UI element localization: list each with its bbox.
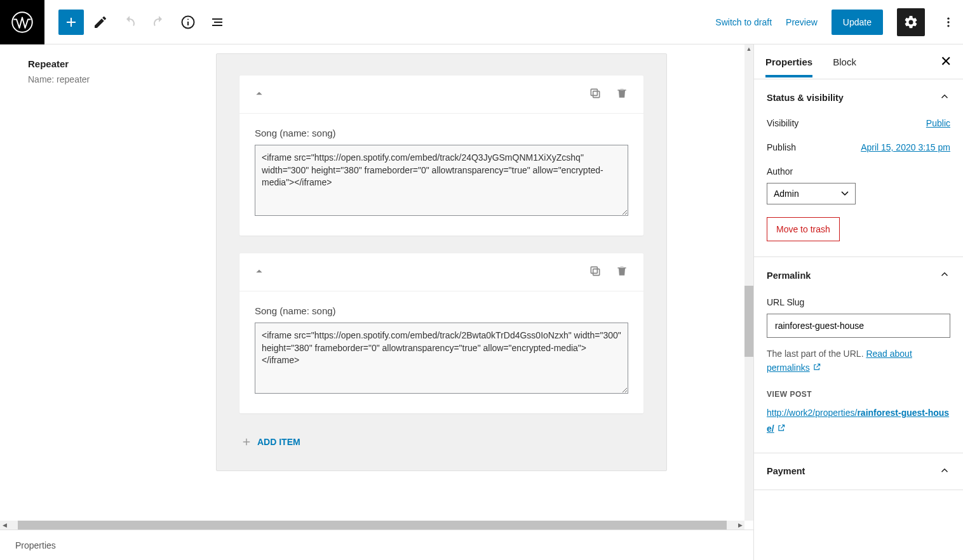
external-link-icon	[812, 361, 821, 375]
scrollbar-thumb-horizontal[interactable]	[18, 521, 727, 530]
breadcrumb[interactable]: Properties	[0, 530, 753, 560]
panel-status-visibility[interactable]: Status & visibility	[754, 79, 963, 116]
author-select[interactable]: Admin	[767, 183, 856, 204]
more-options-button[interactable]	[939, 8, 958, 36]
author-label: Author	[767, 166, 950, 177]
undo-button[interactable]	[117, 10, 142, 35]
edit-icon[interactable]	[88, 10, 113, 35]
chevron-up-icon	[939, 269, 950, 282]
tab-block[interactable]: Block	[833, 46, 856, 77]
close-sidebar-button[interactable]: ✕	[940, 55, 952, 69]
repeater-item: Song (name: song)	[239, 253, 643, 413]
info-icon[interactable]	[175, 10, 201, 35]
url-slug-input[interactable]	[767, 314, 950, 338]
panel-permalink[interactable]: Permalink	[754, 257, 963, 293]
svg-point-7	[947, 17, 949, 19]
scrollbar-thumb-vertical[interactable]	[744, 286, 753, 357]
permalink-help: The last part of the URL. Read about per…	[767, 347, 950, 376]
add-item-button[interactable]: ADD ITEM	[239, 431, 302, 453]
svg-rect-11	[591, 89, 597, 95]
repeater-sidebar-info: Repeater Name: repeater	[0, 53, 216, 84]
scrollbar-vertical[interactable]	[744, 44, 753, 521]
scroll-up-arrow[interactable]: ▲	[744, 44, 753, 53]
repeater-title: Repeater	[28, 58, 216, 69]
scrollbar-horizontal[interactable]: ◀ ▶	[0, 521, 744, 530]
add-block-button[interactable]	[58, 10, 84, 35]
redo-button[interactable]	[146, 10, 172, 35]
delete-icon[interactable]	[613, 84, 631, 104]
outline-icon[interactable]	[205, 10, 230, 35]
svg-point-8	[947, 21, 949, 23]
collapse-icon[interactable]	[252, 264, 266, 280]
song-textarea[interactable]	[255, 323, 628, 394]
external-link-icon	[777, 422, 786, 437]
duplicate-icon[interactable]	[586, 84, 604, 104]
svg-rect-12	[593, 269, 600, 276]
field-label: Song (name: song)	[255, 128, 628, 138]
move-to-trash-button[interactable]: Move to trash	[767, 217, 840, 241]
post-permalink[interactable]: http://work2/properties/rainforest-guest…	[767, 405, 950, 437]
chevron-up-icon	[939, 91, 950, 104]
update-button[interactable]: Update	[832, 10, 883, 35]
scroll-right-arrow[interactable]: ▶	[736, 521, 744, 530]
svg-point-3	[187, 18, 189, 20]
repeater-block: Song (name: song)	[216, 53, 667, 471]
panel-payment[interactable]: Payment	[754, 453, 963, 490]
collapse-icon[interactable]	[252, 86, 266, 102]
tab-properties[interactable]: Properties	[765, 46, 812, 77]
song-textarea[interactable]	[255, 145, 628, 216]
publish-value[interactable]: April 15, 2020 3:15 pm	[861, 142, 950, 152]
visibility-label: Visibility	[767, 118, 798, 128]
settings-button[interactable]	[897, 8, 925, 36]
delete-icon[interactable]	[613, 262, 631, 282]
repeater-item: Song (name: song)	[239, 76, 643, 236]
url-slug-label: URL Slug	[767, 297, 950, 307]
settings-sidebar: Properties Block ✕ Status & visibility V…	[753, 44, 963, 560]
visibility-value[interactable]: Public	[926, 118, 950, 128]
scroll-left-arrow[interactable]: ◀	[0, 521, 9, 530]
svg-rect-13	[591, 267, 597, 273]
svg-rect-10	[593, 91, 600, 98]
chevron-up-icon	[939, 465, 950, 478]
field-label: Song (name: song)	[255, 305, 628, 316]
svg-point-9	[947, 25, 949, 27]
switch-to-draft-button[interactable]: Switch to draft	[715, 17, 772, 27]
repeater-name-label: Name: repeater	[28, 74, 216, 84]
toolbar: Switch to draft Preview Update	[0, 0, 963, 44]
svg-point-0	[12, 12, 32, 32]
wordpress-logo[interactable]	[0, 0, 44, 44]
preview-button[interactable]: Preview	[786, 17, 818, 27]
add-item-label: ADD ITEM	[257, 437, 300, 447]
view-post-label: VIEW POST	[767, 390, 950, 399]
duplicate-icon[interactable]	[586, 262, 604, 282]
publish-label: Publish	[767, 142, 796, 152]
